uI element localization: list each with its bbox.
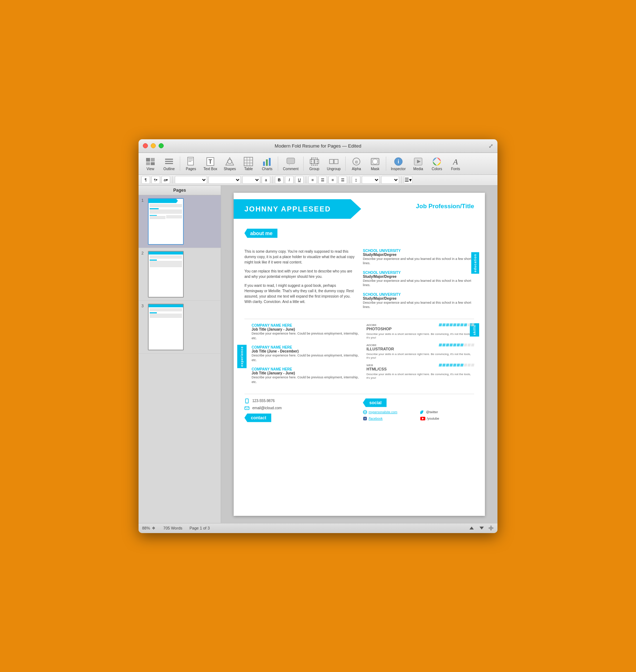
skill-bars-2 [439,344,474,346]
charts-label: Charts [262,167,272,171]
social-twitter-handle: @twitter [426,410,438,414]
about-text-col: This is some dummy copy. You're not real… [244,249,356,315]
ungroup-button[interactable]: Ungroup [324,155,343,172]
svg-rect-20 [263,162,265,166]
expand-icon[interactable]: ⤢ [488,143,493,149]
exp-title-1: Job Title (January - June) [252,327,359,331]
italic-btn[interactable]: I [285,176,294,184]
comment-button[interactable]: Comment [280,155,301,172]
svg-point-14 [228,159,232,164]
contact-phone: 123-555-9876 [252,399,275,403]
edu-school-1: SCHOOL UNIVERSITY [363,249,474,253]
alpha-button[interactable]: α Alpha [347,155,365,172]
social-website-link: mypersonalsite.com [369,410,397,414]
bar-seg [457,323,460,326]
sep2 [278,157,278,171]
skill-bars-1 [439,323,474,326]
document-area[interactable]: JOHNNY APPLESEED Job Profession/Title ab… [221,186,497,523]
mask-button[interactable]: Mask [366,155,384,172]
skill-cat-1: ADOBE [366,323,392,327]
textbox-label: Text Box [204,167,217,171]
nav-down-icon[interactable] [478,525,485,531]
paragraph-mark[interactable]: ¶ [141,176,150,184]
colors-button[interactable]: Colors [428,155,446,172]
align-right[interactable]: ≡ [328,176,337,184]
underline-btn[interactable]: U [295,176,304,184]
page-thumb-3[interactable]: 3 [139,301,221,354]
experience-label-vertical: experience [237,345,247,368]
pages-icon [185,157,197,167]
page-thumb-2[interactable]: 2 [139,248,221,301]
exp-company-3: COMPANY NAME HERE [252,367,359,371]
view-label: View [146,167,154,171]
social-grid: mypersonalsite.com @twitter f /facebook [363,410,474,421]
align-center[interactable]: ☰ [318,176,327,184]
fonts-button[interactable]: A Fonts [446,155,464,172]
svg-rect-3 [151,162,155,165]
zoom-control[interactable]: 88% [142,526,156,531]
cols-dropdown[interactable] [381,176,399,184]
line-spacing[interactable]: ↕ [352,176,360,184]
textbox-button[interactable]: T Text Box [201,155,220,172]
svg-text:i: i [398,159,399,164]
charts-button[interactable]: Charts [258,155,276,172]
alpha-label: Alpha [352,167,361,171]
exp-company-2: COMPANY NAME HERE [252,345,359,349]
style-dropdown[interactable] [175,176,207,184]
fonts-icon: A [450,157,461,167]
pages-button[interactable]: Pages [182,155,200,172]
size-dropdown[interactable] [242,176,260,184]
exp-desc-1: Describe your experience here. Could be … [252,331,359,340]
fmt-sep2 [272,176,273,183]
bar-seg [449,364,453,367]
skill-bars-3 [439,364,474,367]
settings-icon[interactable] [488,525,494,531]
align-left[interactable]: ≡ [308,176,317,184]
mask-icon [369,157,381,167]
bar-seg [442,364,445,367]
group-button[interactable]: Group [305,155,323,172]
nav-up-icon[interactable] [468,525,475,531]
exp-title-3: Job Title (January - June) [252,371,359,375]
align-justify[interactable]: ☰ [338,176,347,184]
bar-seg [460,323,463,326]
outline-icon [163,157,175,167]
edu-desc-1: Describe your experience and what you le… [363,257,474,266]
view-button[interactable]: View [141,155,159,172]
social-col: social mypersonalsite.com @twitter [363,398,474,422]
page-thumb-1[interactable]: 1 [139,195,221,248]
page-preview-3 [148,304,184,350]
two-column-layout: This is some dummy copy. You're not real… [234,249,485,315]
inspector-button[interactable]: i Inspector [388,155,408,172]
outline-label: Outline [163,167,175,171]
bar-seg [464,364,467,367]
bold-btn[interactable]: B [275,176,284,184]
exp-item-2: COMPANY NAME HERE Job Title (June - Dece… [252,345,359,362]
bar-seg [460,344,463,346]
bar-seg [446,364,449,367]
text-align-btn[interactable]: a▾ [162,176,170,184]
contact-col: 123-555-9876 email@icloud.com contact [244,398,356,422]
maximize-button[interactable] [159,143,164,148]
minimize-button[interactable] [151,143,156,148]
fmt-sep3 [306,176,306,183]
font-dropdown[interactable] [209,176,241,184]
pilcrow-btn[interactable]: ¶▾ [151,176,160,184]
status-bar: 88% 705 Words Page 1 of 3 [139,523,497,533]
shapes-button[interactable]: Shapes [221,155,239,172]
char-styles-btn[interactable]: a [262,176,270,184]
contact-label-banner: contact [244,414,271,422]
social-facebook: f /facebook [363,416,417,421]
outline-button[interactable]: Outline [160,155,178,172]
shapes-label: Shapes [224,167,236,171]
globe-icon [363,410,367,414]
skill-name-1: PHOTOSHOP [366,327,392,331]
list-btn[interactable]: ☰▾ [404,176,412,184]
table-button[interactable]: Table [239,155,257,172]
media-button[interactable]: Media [409,155,427,172]
colors-icon [431,157,443,167]
sep1 [180,157,180,171]
status-right-controls [468,525,494,531]
close-button[interactable] [143,143,148,148]
spacing-dropdown[interactable] [362,176,380,184]
